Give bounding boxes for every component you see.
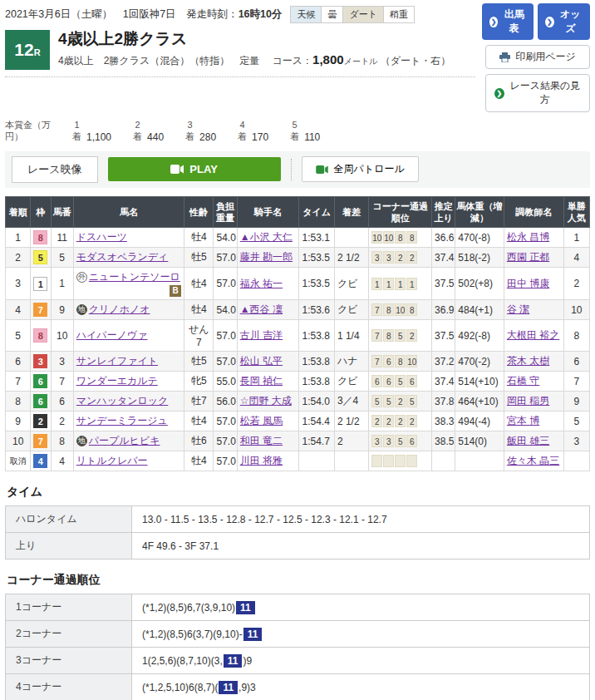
frame-number-cell: 5 <box>31 248 51 268</box>
finish-position: 取消 <box>6 451 31 471</box>
estimated-agari: 38.5 <box>432 431 455 451</box>
horse-name-link[interactable]: パープルヒビキ <box>89 435 160 446</box>
trainer-name-link[interactable]: 田中 博康 <box>507 278 549 289</box>
jockey-name-link[interactable]: 川田 将雅 <box>240 455 283 466</box>
results-table: 着順枠馬番馬名性齢負担重量騎手名タイム着差コーナー通過順位推定上り馬体重（増減）… <box>5 196 590 472</box>
jockey-name-link[interactable]: 古川 吉洋 <box>240 329 283 341</box>
margin: 1 1/4 <box>334 320 368 352</box>
finish-time: 1:54.4 <box>299 412 334 431</box>
trainer-name-link[interactable]: 大根田 裕之 <box>507 329 559 341</box>
blinkers-badge: B <box>170 285 181 297</box>
jockey-name-link[interactable]: 長岡 禎仁 <box>240 375 283 387</box>
odds-button-label: オッズ <box>558 7 583 36</box>
jockey-name-link[interactable]: 和田 竜二 <box>240 435 283 446</box>
finish-position: 10 <box>6 431 31 451</box>
horse-number: 8 <box>51 431 73 451</box>
sex-age: 牡4 <box>184 228 214 248</box>
frame-number: 7 <box>33 303 47 317</box>
trainer-name-link[interactable]: 宮本 博 <box>507 415 539 426</box>
frame-number-cell: 1 <box>31 268 51 300</box>
corner-section-title: コーナー通過順位 <box>7 573 590 588</box>
results-column-header: 性齢 <box>184 196 214 228</box>
horse-body-weight: 518(-2) <box>455 248 504 268</box>
trainer-cell: 石橋 守 <box>504 372 563 392</box>
corner-position: 6 <box>406 375 417 387</box>
margin: 2 1/2 <box>334 412 368 431</box>
corner-position: 3 <box>371 435 382 447</box>
jockey-name-link[interactable]: ▲西谷 凜 <box>240 303 283 315</box>
corner-position <box>371 455 382 467</box>
trainer-name-link[interactable]: 西園 正都 <box>507 251 549 263</box>
trainer-name-link[interactable]: 谷 潔 <box>507 303 529 315</box>
corner-row-value: 1(2,5,6)(8,7,10)(3,11)9 <box>132 648 590 674</box>
result-row: 取消44リトルクレバー牡457.0川田 将雅 佐々木 晶三 <box>6 451 590 471</box>
margin: クビ <box>334 372 368 392</box>
result-row: 767ワンダーエカルテ牝555.0長岡 禎仁1:53.8クビ665637.451… <box>6 372 590 392</box>
corner-positions-cell: 7852 <box>369 320 432 352</box>
sex-age: 牡4 <box>184 300 214 320</box>
result-row: 866マンハッタンロック牡756.0☆団野 大成1:54.03／4552537.… <box>6 392 590 412</box>
track-value: 稍重 <box>384 7 414 22</box>
corner-position: 10 <box>406 355 417 367</box>
furlong-time-label: ハロンタイム <box>6 506 132 533</box>
horse-name-link[interactable]: ニュートンテソーロ <box>89 271 180 283</box>
jockey-name-link[interactable]: 福永 祐一 <box>240 278 283 289</box>
trainer-cell: 佐々木 晶三 <box>504 451 563 471</box>
patrol-video-button[interactable]: 全周パトロール <box>302 156 419 182</box>
horse-name-link[interactable]: ドスハーツ <box>76 231 127 243</box>
margin <box>334 451 368 471</box>
jockey-cell: 福永 祐一 <box>237 268 299 300</box>
corner-position: 6 <box>371 375 382 387</box>
agari-label: 上り <box>6 533 132 560</box>
corner-position: 3 <box>383 251 394 264</box>
odds-button[interactable]: ❯ オッズ <box>538 3 590 40</box>
horse-name-cell: 地クリノホノオ <box>73 300 184 320</box>
trainer-name-link[interactable]: 飯田 雄三 <box>507 435 549 446</box>
finish-time: 1:54.7 <box>299 431 334 451</box>
trainer-name-link[interactable]: 茶木 太樹 <box>507 355 549 367</box>
trainer-name-link[interactable]: 石橋 守 <box>507 375 539 387</box>
horse-name-link[interactable]: サンデーミラージュ <box>76 415 168 426</box>
horse-name-link[interactable]: サンレイファイト <box>76 355 158 367</box>
horse-origin-mark: 外 <box>76 272 87 283</box>
print-page-button[interactable]: 印刷用ページ <box>485 45 590 69</box>
jockey-name-link[interactable]: 藤井 勘一郎 <box>240 251 293 263</box>
horse-name-link[interactable]: モダスオペランディ <box>76 251 169 263</box>
sex-age: 牡5 <box>184 248 214 268</box>
horse-name-link[interactable]: クリノホノオ <box>89 303 150 315</box>
corner-row-label: 4コーナー <box>6 674 132 700</box>
shutsuba-button[interactable]: ❯ 出馬表 <box>482 3 534 40</box>
corner-order-text: (*1,2,5,10)6(8,7)( <box>142 682 218 693</box>
trainer-name-link[interactable]: 岡田 稲男 <box>507 395 549 407</box>
frame-number: 4 <box>33 454 47 468</box>
horse-name-cell: 地パープルヒビキ <box>73 431 184 451</box>
horse-name-link[interactable]: マンハッタンロック <box>76 395 169 407</box>
horse-number: 9 <box>51 300 73 320</box>
corner-order-text: 1(2,5,6)(8,7,10)(3, <box>142 655 223 667</box>
play-video-button[interactable]: PLAY <box>108 157 281 181</box>
corner-position: 10 <box>395 303 406 316</box>
horse-name-link[interactable]: リトルクレバー <box>76 455 148 466</box>
jockey-name-link[interactable]: 松山 弘平 <box>240 355 283 367</box>
jockey-name-link[interactable]: 松若 風馬 <box>240 415 283 426</box>
jockey-name-link[interactable]: ☆団野 大成 <box>240 395 292 407</box>
jockey-name-link[interactable]: ▲小沢 大仁 <box>240 231 293 243</box>
sex-age: 牡5 <box>184 352 214 372</box>
horse-name-link[interactable]: ワンダーエカルテ <box>76 375 158 387</box>
prize-item: 2着440 <box>133 120 164 143</box>
corner-position: 8 <box>383 329 394 342</box>
finish-position-value: 7 <box>15 376 21 387</box>
corner-position: 2 <box>406 415 417 427</box>
finish-position: 7 <box>6 372 31 392</box>
trainer-name-link[interactable]: 松永 昌博 <box>507 231 549 243</box>
jockey-cell: ▲小沢 大仁 <box>237 228 299 248</box>
result-row: 1811ドスハーツ牡454.0▲小沢 大仁1:53.110108836.6470… <box>6 228 590 248</box>
corner-row: 3コーナー1(2,5,6)(8,7,10)(3,11)9 <box>6 648 590 674</box>
jockey-cell: 松山 弘平 <box>237 352 299 372</box>
estimated-agari: 37.4 <box>432 372 455 392</box>
horse-name-link[interactable]: ハイパーノヴァ <box>76 329 148 341</box>
trainer-name-link[interactable]: 佐々木 晶三 <box>507 455 559 466</box>
track-label: ダート <box>343 7 384 22</box>
result-guide-button[interactable]: ❯ レース結果の見方 <box>485 74 590 112</box>
corner-position: 2 <box>406 251 417 264</box>
